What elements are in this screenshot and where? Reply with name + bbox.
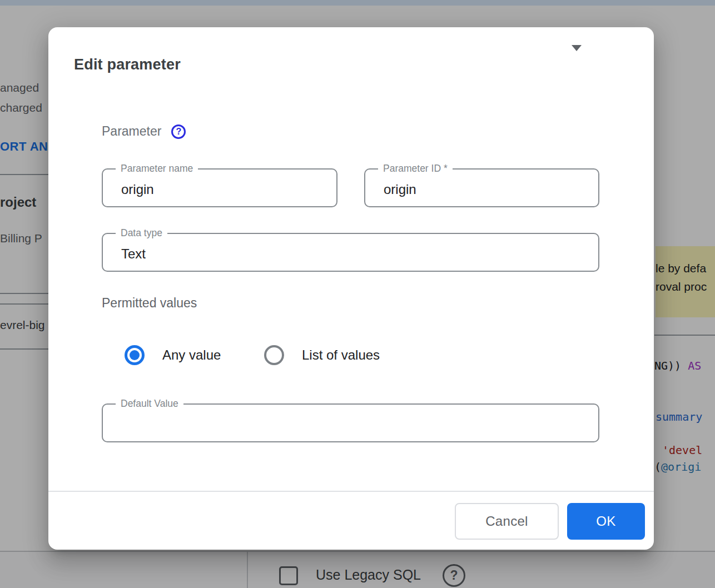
parameter-help-icon[interactable]: ? xyxy=(171,124,186,139)
parameter-section-label: Parameter xyxy=(102,124,161,139)
default-value-input[interactable] xyxy=(121,417,559,432)
radio-any-value-label[interactable]: Any value xyxy=(162,347,221,363)
parameter-id-field[interactable]: Parameter ID * xyxy=(364,164,599,207)
parameter-name-label: Parameter name xyxy=(116,164,198,174)
parameter-id-label: Parameter ID * xyxy=(378,164,453,174)
default-value-label: Default Value xyxy=(116,399,183,409)
data-type-label: Data type xyxy=(116,228,167,238)
parameter-section-header: Parameter ? xyxy=(102,124,186,139)
edit-parameter-dialog: Edit parameter Parameter ? Parameter nam… xyxy=(48,27,654,550)
ok-button[interactable]: OK xyxy=(567,503,645,540)
parameter-name-input[interactable] xyxy=(121,182,297,197)
dialog-footer-divider xyxy=(48,491,654,492)
radio-selected-dot xyxy=(130,350,140,360)
dialog-title: Edit parameter xyxy=(74,56,181,73)
chevron-down-icon[interactable] xyxy=(572,45,582,51)
permitted-values-heading: Permitted values xyxy=(102,296,197,311)
cancel-button[interactable]: Cancel xyxy=(455,503,559,540)
radio-any-value[interactable] xyxy=(125,345,145,365)
default-value-field[interactable]: Default Value xyxy=(102,399,599,442)
screen: anaged charged ORT AN roject Billing P e… xyxy=(0,0,715,588)
parameter-id-input[interactable] xyxy=(384,182,559,197)
parameter-name-field[interactable]: Parameter name xyxy=(102,164,337,207)
radio-list-of-values-label[interactable]: List of values xyxy=(302,347,380,363)
permitted-values-radio-group: Any value List of values xyxy=(48,345,654,367)
radio-list-of-values[interactable] xyxy=(264,345,284,365)
data-type-selected-value: Text xyxy=(121,246,146,262)
data-type-field[interactable]: Data type Text xyxy=(102,228,599,272)
